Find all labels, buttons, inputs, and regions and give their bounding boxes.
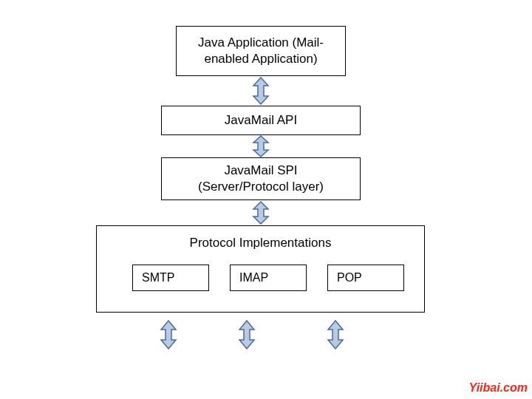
box-javamail-api: JavaMail API	[161, 106, 361, 135]
box-java-application-label: Java Application (Mail-enabled Applicati…	[177, 35, 345, 67]
protocol-implementations-title: Protocol Implementations	[97, 226, 424, 251]
arrow-spi-impl	[250, 201, 272, 225]
arrow-pop-down	[324, 320, 347, 349]
box-javamail-spi-label: JavaMail SPI (Server/Protocol layer)	[198, 163, 324, 195]
double-arrow-icon	[236, 320, 258, 349]
box-java-application: Java Application (Mail-enabled Applicati…	[176, 26, 346, 76]
double-arrow-icon	[250, 77, 272, 105]
protocol-smtp: SMTP	[132, 265, 209, 291]
box-protocol-implementations: Protocol Implementations SMTP IMAP POP	[96, 225, 425, 313]
double-arrow-icon	[250, 201, 272, 225]
box-javamail-spi: JavaMail SPI (Server/Protocol layer)	[161, 157, 361, 200]
double-arrow-icon	[250, 135, 272, 157]
arrow-imap-down	[236, 320, 258, 349]
box-javamail-api-label: JavaMail API	[225, 112, 297, 129]
protocol-pop-label: POP	[337, 270, 362, 286]
watermark: Yiibai.com	[469, 381, 528, 395]
double-arrow-icon	[324, 320, 347, 349]
protocol-imap: IMAP	[230, 265, 307, 291]
watermark-text: Yiibai.com	[469, 381, 528, 394]
arrow-app-api	[250, 77, 272, 105]
protocol-pop: POP	[327, 265, 404, 291]
protocol-smtp-label: SMTP	[142, 270, 174, 286]
arrow-api-spi	[250, 135, 272, 157]
protocol-imap-label: IMAP	[239, 270, 268, 286]
double-arrow-icon	[157, 320, 180, 349]
protocols-row: SMTP IMAP POP	[132, 265, 404, 291]
arrow-smtp-down	[157, 320, 180, 349]
